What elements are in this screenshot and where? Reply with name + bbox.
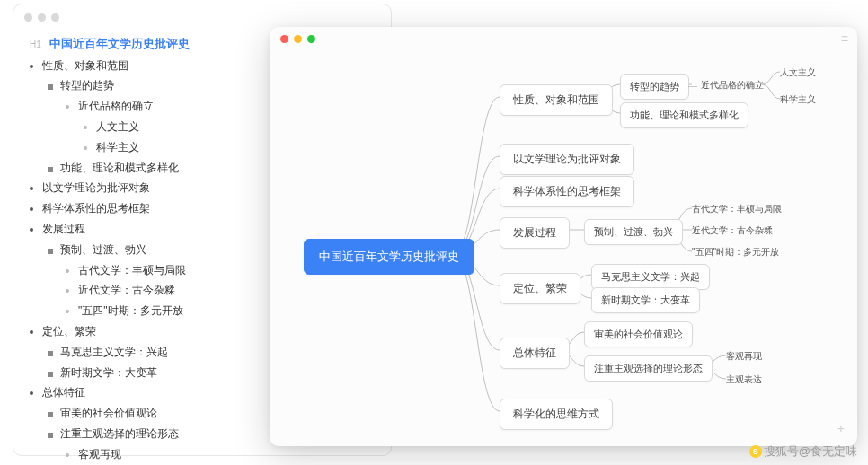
mindmap-node[interactable]: 转型的趋势 [620, 74, 689, 100]
mindmap-node[interactable]: 科学体系性的思考框架 [500, 176, 634, 207]
mindmap-leaf[interactable]: 客观再现 [726, 350, 762, 363]
close-icon[interactable] [280, 35, 288, 43]
add-node-button[interactable]: + [837, 421, 845, 435]
mindmap-node[interactable]: 以文学理论为批评对象 [500, 144, 634, 175]
outline-item-label: 新时期文学：大变革 [60, 366, 157, 379]
node-label: 新时期文学：大变革 [601, 294, 690, 305]
outline-item-label: 发展过程 [42, 223, 85, 235]
outline-item-label: 古代文学：丰硕与局限 [78, 264, 186, 276]
sohu-logo-icon: S [749, 445, 762, 458]
outline-item[interactable]: 客观再现 [66, 444, 375, 465]
mindmap-leaf[interactable]: 近代文学：古今杂糅 [692, 224, 773, 237]
outline-title[interactable]: 中国近百年文学历史批评史 [49, 37, 190, 50]
zoom-icon[interactable] [307, 35, 315, 43]
node-label: 功能、理论和模式多样化 [630, 110, 739, 120]
outline-item-label: 科学主义 [96, 141, 139, 154]
outline-item-label: 近代文学：古今杂糅 [78, 284, 175, 296]
node-label: 定位、繁荣 [513, 282, 567, 294]
heading-level-label: H1 [30, 39, 41, 49]
outline-titlebar [13, 4, 391, 30]
outline-item-label: 审美的社会价值观论 [60, 407, 157, 419]
node-label: 客观再现 [726, 351, 762, 361]
outline-item-label: 转型的趋势 [60, 79, 114, 92]
outline-item-label: 总体特征 [42, 386, 85, 399]
node-label: 近代品格的确立 [701, 79, 764, 92]
mindmap-leaf[interactable]: 近代品格的确立 [688, 79, 764, 92]
outline-item-label: 以文学理论为批评对象 [42, 181, 150, 194]
node-label: 发展过程 [513, 226, 556, 239]
mindmap-leaf[interactable]: 古代文学：丰硕与局限 [692, 203, 782, 215]
node-label: 马克思主义文学：兴起 [601, 271, 700, 282]
mindmap-titlebar: ≡ [270, 27, 857, 50]
node-label: 近代文学：古今杂糅 [692, 225, 773, 235]
node-label: 人文主义 [780, 67, 816, 77]
mindmap-node[interactable]: 科学化的思维方式 [500, 399, 613, 430]
node-label: 古代文学：丰硕与局限 [692, 204, 782, 214]
watermark-text: 搜狐号@食无定味 [764, 443, 857, 460]
node-label: 科学体系性的思考框架 [513, 185, 621, 197]
mindmap-node[interactable]: 新时期文学：大变革 [591, 287, 700, 313]
node-label: 科学主义 [780, 94, 816, 104]
outline-item-label: 预制、过渡、勃兴 [60, 243, 146, 256]
outline-item-label: "五四"时期：多元开放 [78, 304, 183, 317]
node-label: 科学化的思维方式 [513, 408, 599, 420]
node-label: 预制、过渡、勃兴 [594, 226, 673, 237]
outline-item-label: 性质、对象和范围 [42, 59, 128, 72]
zoom-icon[interactable] [51, 13, 59, 22]
outline-item-label: 近代品格的确立 [78, 100, 154, 112]
outline-item-label: 注重主观选择的理论形态 [60, 427, 179, 440]
minimize-icon[interactable] [38, 13, 46, 22]
mindmap-canvas[interactable]: 中国近百年文学历史批评史 性质、对象和范围 以文学理论为批评对象 科学体系性的思… [270, 50, 857, 446]
mindmap-window: ≡ [270, 27, 857, 446]
close-icon[interactable] [24, 13, 32, 22]
outline-item-label: 定位、繁荣 [42, 325, 96, 338]
node-label: 主观表达 [726, 374, 762, 384]
mindmap-node[interactable]: 马克思主义文学：兴起 [591, 264, 710, 290]
outline-item-label: 功能、理论和模式多样化 [60, 162, 179, 174]
node-label: 性质、对象和范围 [513, 93, 599, 106]
mindmap-leaf[interactable]: "五四"时期：多元开放 [692, 246, 779, 259]
mindmap-leaf[interactable]: 人文主义 [780, 66, 816, 79]
outline-item-label: 客观再现 [78, 448, 121, 461]
mindmap-node[interactable]: 定位、繁荣 [500, 273, 580, 304]
node-label: 转型的趋势 [630, 81, 679, 92]
mindmap-node[interactable]: 注重主观选择的理论形态 [584, 355, 713, 382]
node-label: 以文学理论为批评对象 [513, 153, 621, 165]
mindmap-node[interactable]: 发展过程 [500, 217, 570, 249]
mindmap-node[interactable]: 功能、理论和模式多样化 [620, 102, 748, 128]
mindmap-root[interactable]: 中国近百年文学历史批评史 [304, 239, 474, 275]
node-label: 注重主观选择的理论形态 [594, 363, 703, 373]
minimize-icon[interactable] [294, 35, 302, 43]
mindmap-node[interactable]: 总体特征 [500, 338, 570, 369]
outline-item-label: 马克思主义文学：兴起 [60, 346, 168, 358]
node-label: 总体特征 [513, 347, 556, 359]
mindmap-node[interactable]: 预制、过渡、勃兴 [584, 219, 683, 245]
mindmap-leaf[interactable]: 科学主义 [780, 93, 816, 106]
node-label: "五四"时期：多元开放 [692, 247, 779, 257]
mindmap-leaf[interactable]: 主观表达 [726, 373, 762, 386]
outline-item-label: 人文主义 [96, 120, 139, 133]
mindmap-node[interactable]: 性质、对象和范围 [500, 84, 613, 116]
node-label: 审美的社会价值观论 [594, 329, 683, 339]
node-label: 中国近百年文学历史批评史 [319, 250, 459, 263]
watermark: S 搜狐号@食无定味 [749, 443, 857, 460]
traffic-lights [24, 13, 59, 22]
traffic-lights [280, 35, 315, 43]
mindmap-node[interactable]: 审美的社会价值观论 [584, 321, 693, 347]
menu-icon[interactable]: ≡ [841, 31, 846, 46]
outline-item-label: 科学体系性的思考框架 [42, 202, 150, 215]
